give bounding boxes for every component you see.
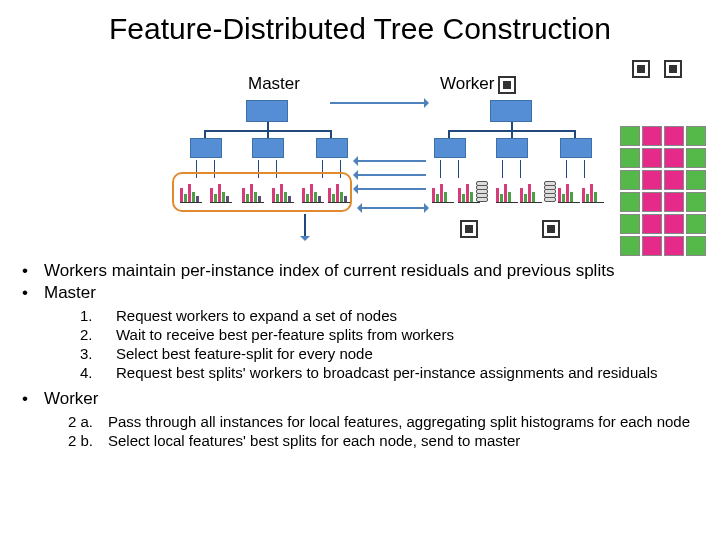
arrow-down-head	[300, 236, 310, 246]
split-histogram-icon	[210, 182, 234, 202]
master-root-node	[246, 100, 288, 122]
worker-mid-node	[434, 138, 466, 158]
master-label: Master	[248, 74, 300, 94]
master-steps: 1.Request workers to expand a set of nod…	[80, 306, 700, 383]
bullet-master: Master	[20, 282, 700, 304]
split-histogram-icon	[432, 182, 456, 202]
cpu-icon	[460, 220, 478, 238]
split-histogram-icon	[520, 182, 544, 202]
split-histogram-icon	[272, 182, 296, 202]
split-histogram-icon	[180, 182, 204, 202]
worker-mid-node	[560, 138, 592, 158]
split-histogram-icon	[302, 182, 326, 202]
bullet-worker: Worker	[20, 388, 700, 410]
page-title: Feature-Distributed Tree Construction	[0, 0, 720, 52]
split-histogram-icon	[558, 182, 582, 202]
storage-icon	[476, 182, 488, 210]
arrow-down	[304, 214, 306, 238]
split-histogram-icon	[582, 182, 606, 202]
worker-root-node	[490, 100, 532, 122]
cpu-icon	[664, 60, 682, 78]
split-histogram-icon	[496, 182, 520, 202]
worker-label: Worker	[440, 74, 494, 94]
feature-matrix	[620, 126, 706, 256]
split-histogram-icon	[242, 182, 266, 202]
storage-icon	[544, 182, 556, 210]
cpu-icon	[498, 76, 516, 94]
arrow-worker-to-master	[356, 160, 426, 162]
master-mid-node	[316, 138, 348, 158]
arrow-worker-to-master	[356, 174, 426, 176]
architecture-diagram: Master Worker	[0, 52, 720, 252]
cpu-icon	[542, 220, 560, 238]
arrow-bidirectional	[360, 207, 426, 209]
cpu-icon	[632, 60, 650, 78]
master-mid-node	[190, 138, 222, 158]
worker-steps: 2 a.Pass through all instances for local…	[68, 412, 700, 450]
arrow-master-to-worker	[330, 102, 426, 104]
arrow-worker-to-master	[356, 188, 426, 190]
bullet-workers-index: Workers maintain per-instance index of c…	[20, 260, 700, 282]
worker-mid-node	[496, 138, 528, 158]
master-mid-node	[252, 138, 284, 158]
description-text: Workers maintain per-instance index of c…	[0, 252, 720, 450]
